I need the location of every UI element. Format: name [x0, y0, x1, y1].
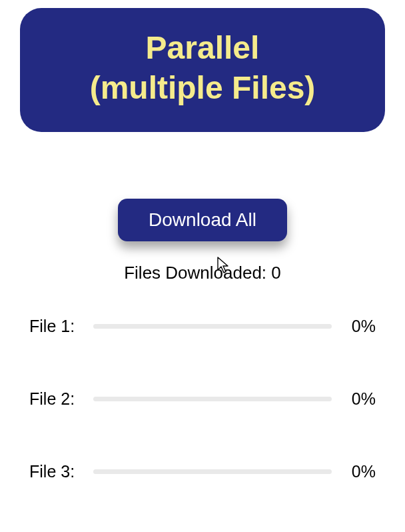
file-percent: 0%	[341, 317, 376, 336]
file-label: File 1:	[29, 317, 84, 336]
file-percent: 0%	[341, 389, 376, 409]
status-count: 0	[271, 263, 280, 283]
progress-track	[93, 397, 332, 401]
download-all-button[interactable]: Download All	[118, 199, 287, 241]
page-title: Parallel (multiple Files)	[33, 28, 372, 108]
title-line-1: Parallel	[146, 30, 260, 65]
files-downloaded-status: Files Downloaded: 0	[0, 263, 405, 283]
progress-track	[93, 469, 332, 474]
file-progress-bar[interactable]	[93, 397, 332, 401]
file-row: File 2: 0%	[29, 389, 376, 409]
button-area: Download All	[0, 199, 405, 241]
file-percent: 0%	[341, 462, 376, 481]
file-label: File 2:	[29, 389, 84, 409]
title-line-2: (multiple Files)	[90, 70, 316, 105]
file-row: File 1: 0%	[29, 317, 376, 336]
file-progress-bar[interactable]	[93, 324, 332, 329]
file-progress-bar[interactable]	[93, 469, 332, 474]
header-card: Parallel (multiple Files)	[20, 8, 385, 132]
progress-track	[93, 324, 332, 329]
files-area: File 1: 0% File 2: 0% File 3: 0%	[0, 317, 405, 481]
status-prefix: Files Downloaded:	[124, 263, 271, 283]
file-row: File 3: 0%	[29, 462, 376, 481]
file-label: File 3:	[29, 462, 84, 481]
